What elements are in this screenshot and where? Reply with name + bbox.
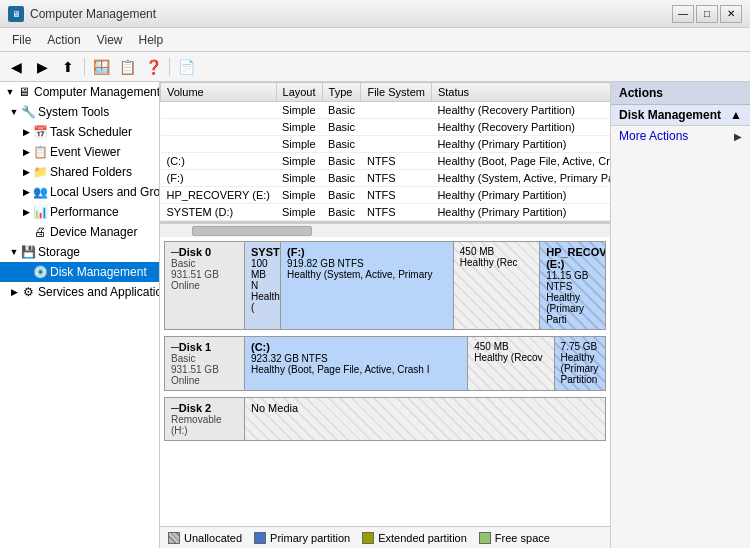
disk-label-title: ─Disk 1 [171,341,238,353]
minimize-button[interactable]: — [672,5,694,23]
menu-file[interactable]: File [4,31,39,49]
col-status[interactable]: Status [431,83,610,102]
table-scrollbar-h[interactable] [160,223,610,237]
volume-table: Volume Layout Type File System Status Si… [160,82,610,221]
disk-label-sub3: Online [171,280,238,291]
storage-label: Storage [38,245,80,259]
disk-row: ─Disk 1 Basic 931.51 GB Online (C:) 923.… [164,336,606,391]
task-scheduler-label: Task Scheduler [50,125,132,139]
close-button[interactable]: ✕ [720,5,742,23]
disk-label: ─Disk 1 Basic 931.51 GB Online [165,337,245,390]
partition-line1: 11.15 GB NTFS [546,270,599,292]
partition-small-part[interactable]: 7.75 GB Healthy (Primary Partition [555,337,605,390]
scrollbar-thumb[interactable] [192,226,312,236]
table-row[interactable]: (F:) Simple Basic NTFS Healthy (System, … [161,170,611,187]
partition-line2: Healthy (Primary Partition [561,352,599,385]
action-disk-management[interactable]: Disk Management ▲ [611,105,750,126]
expand-performance[interactable]: ▶ [20,207,32,217]
col-layout[interactable]: Layout [276,83,322,102]
col-type[interactable]: Type [322,83,361,102]
partition-f-part[interactable]: (F:) 919.82 GB NTFS Healthy (System, Act… [281,242,454,329]
tree-shared-folders[interactable]: ▶ 📁 Shared Folders [0,162,159,182]
table-row[interactable]: (C:) Simple Basic NTFS Healthy (Boot, Pa… [161,153,611,170]
legend-unallocated-box [168,532,180,544]
partition-nomedia[interactable]: No Media [245,398,605,440]
menu-view[interactable]: View [89,31,131,49]
partition-line1: 919.82 GB NTFS [287,258,447,269]
volume-table-area[interactable]: Volume Layout Type File System Status Si… [160,82,610,223]
disk-partitions: SYSTEM 100 MB N Healthy ( (F:) 919.82 GB… [245,242,605,329]
expand-event-viewer[interactable]: ▶ [20,147,32,157]
legend-extended-label: Extended partition [378,532,467,544]
action-more-actions[interactable]: More Actions ▶ [611,126,750,146]
up-button[interactable]: ⬆ [56,56,80,78]
cell-volume [161,136,277,153]
services-label: Services and Applicatio [38,285,160,299]
col-filesystem[interactable]: File System [361,83,431,102]
partition-unalloc1[interactable]: 450 MB Healthy (Recov [468,337,554,390]
cell-volume [161,119,277,136]
show-hide-button[interactable]: 🪟 [89,56,113,78]
tree-event-viewer[interactable]: ▶ 📋 Event Viewer [0,142,159,162]
col-volume[interactable]: Volume [161,83,277,102]
tree-system-tools[interactable]: ▼ 🔧 System Tools [0,102,159,122]
event-viewer-icon: 📋 [32,144,48,160]
tree-local-users[interactable]: ▶ 👥 Local Users and Gro [0,182,159,202]
tree-task-scheduler[interactable]: ▶ 📅 Task Scheduler [0,122,159,142]
partition-system-part[interactable]: SYSTEM 100 MB N Healthy ( [245,242,281,329]
cell-filesystem: NTFS [361,187,431,204]
partition-line1: 923.32 GB NTFS [251,353,461,364]
legend-free-label: Free space [495,532,550,544]
expand-services[interactable]: ▶ [8,287,20,297]
separator-2 [169,58,170,76]
table-row[interactable]: HP_RECOVERY (E:) Simple Basic NTFS Healt… [161,187,611,204]
partition-line2: Healthy (Boot, Page File, Active, Crash … [251,364,461,375]
window-title: Computer Management [30,7,156,21]
no-media-label: No Media [251,402,298,414]
table-row[interactable]: Simple Basic Healthy (Primary Partition) [161,136,611,153]
partition-unalloc0[interactable]: 450 MB Healthy (Rec [454,242,540,329]
tree-services[interactable]: ▶ ⚙ Services and Applicatio [0,282,159,302]
expand-storage[interactable]: ▼ [8,247,20,257]
actions-header: Actions [611,82,750,105]
expand-local-users[interactable]: ▶ [20,187,32,197]
menu-help[interactable]: Help [131,31,172,49]
expand-system-tools[interactable]: ▼ [8,107,20,117]
cell-type: Basic [322,204,361,221]
forward-button[interactable]: ▶ [30,56,54,78]
partition-title: (F:) [287,246,447,258]
partition-line2: Healthy (Primary Parti [546,292,599,325]
app-icon: 🖥 [8,6,24,22]
tree-root[interactable]: ▼ 🖥 Computer Management (L [0,82,159,102]
device-manager-label: Device Manager [50,225,137,239]
partition-c-part[interactable]: (C:) 923.32 GB NTFS Healthy (Boot, Page … [245,337,468,390]
properties-button[interactable]: 📋 [115,56,139,78]
cell-volume: SYSTEM (D:) [161,204,277,221]
cell-filesystem: NTFS [361,170,431,187]
disk-area[interactable]: ─Disk 0 Basic 931.51 GB Online SYSTEM 10… [160,237,610,526]
tree-device-manager[interactable]: 🖨 Device Manager [0,222,159,242]
cell-layout: Simple [276,204,322,221]
cell-layout: Simple [276,170,322,187]
disk-label-sub2: 931.51 GB [171,364,238,375]
expand-root[interactable]: ▼ [4,87,16,97]
tree-disk-management[interactable]: 💿 Disk Management [0,262,159,282]
table-row[interactable]: Simple Basic Healthy (Recovery Partition… [161,102,611,119]
back-button[interactable]: ◀ [4,56,28,78]
window-controls[interactable]: — □ ✕ [672,5,742,23]
right-panel: Actions Disk Management ▲ More Actions ▶ [610,82,750,548]
cell-status: Healthy (Primary Partition) [431,136,610,153]
extra-button[interactable]: 📄 [174,56,198,78]
expand-task-scheduler[interactable]: ▶ [20,127,32,137]
disk-label-title: ─Disk 2 [171,402,238,414]
menu-action[interactable]: Action [39,31,88,49]
disk-row: ─Disk 2 Removable (H:) No Media [164,397,606,441]
partition-recovery-part[interactable]: HP_RECOVERY (E:) 11.15 GB NTFS Healthy (… [540,242,605,329]
expand-shared-folders[interactable]: ▶ [20,167,32,177]
help-button[interactable]: ❓ [141,56,165,78]
maximize-button[interactable]: □ [696,5,718,23]
tree-storage[interactable]: ▼ 💾 Storage [0,242,159,262]
table-row[interactable]: SYSTEM (D:) Simple Basic NTFS Healthy (P… [161,204,611,221]
tree-performance[interactable]: ▶ 📊 Performance [0,202,159,222]
table-row[interactable]: Simple Basic Healthy (Recovery Partition… [161,119,611,136]
